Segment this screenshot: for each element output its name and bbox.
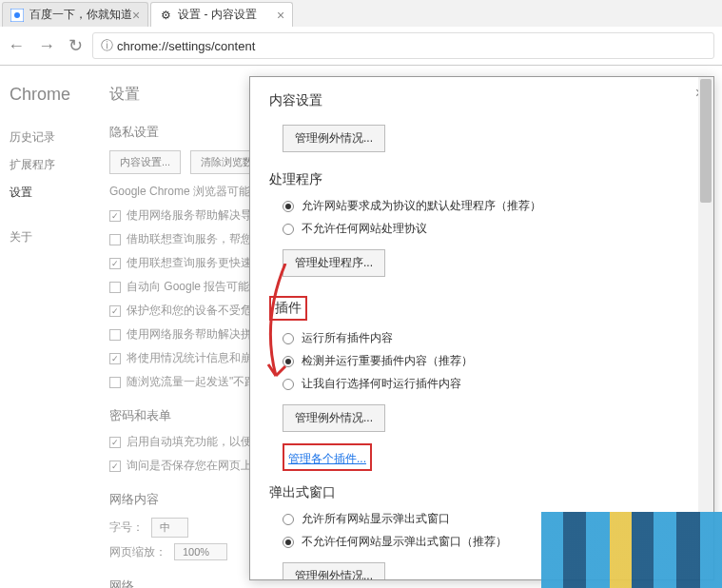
brand-title: Chrome bbox=[10, 85, 90, 105]
browser-chrome: 百度一下，你就知道 × ⚙ 设置 - 内容设置 × ← → ↻ ⓘ chrome… bbox=[0, 0, 722, 66]
manage-plugins-link[interactable]: 管理各个插件... bbox=[288, 451, 366, 467]
manage-handlers-button[interactable]: 管理处理程序... bbox=[283, 249, 385, 277]
reload-icon[interactable]: ↻ bbox=[68, 35, 83, 56]
close-icon[interactable]: × bbox=[132, 8, 140, 23]
popup-exceptions-button[interactable]: 管理例外情况... bbox=[283, 562, 385, 580]
checkbox[interactable]: ✓ bbox=[109, 353, 121, 364]
baidu-favicon bbox=[10, 9, 24, 22]
tab-settings[interactable]: ⚙ 设置 - 内容设置 × bbox=[150, 2, 293, 27]
checkbox[interactable] bbox=[109, 329, 121, 341]
nav-about[interactable]: 关于 bbox=[10, 224, 90, 251]
checkbox[interactable] bbox=[109, 282, 121, 293]
checkbox[interactable] bbox=[109, 377, 121, 388]
fontsize-select[interactable]: 中 bbox=[151, 518, 188, 538]
nav-history[interactable]: 历史记录 bbox=[10, 124, 90, 151]
modal-section-plugins: 插件 bbox=[269, 296, 694, 321]
highlight-manage-plugins: 管理各个插件... bbox=[283, 443, 372, 471]
content-settings-modal: × 内容设置 管理例外情况... 处理程序 允许网站要求成为协议的默认处理程序（… bbox=[249, 76, 714, 580]
nav-settings[interactable]: 设置 bbox=[10, 179, 90, 206]
url-text: chrome://settings/content bbox=[117, 39, 255, 53]
tab-title: 百度一下，你就知道 bbox=[29, 7, 132, 23]
exceptions-button[interactable]: 管理例外情况... bbox=[283, 125, 385, 152]
checkbox[interactable]: ✓ bbox=[109, 258, 121, 269]
radio[interactable] bbox=[283, 537, 294, 548]
back-icon[interactable]: ← bbox=[8, 36, 25, 56]
checkbox[interactable]: ✓ bbox=[109, 210, 121, 222]
radio[interactable] bbox=[283, 356, 294, 367]
checkbox[interactable]: ✓ bbox=[109, 437, 121, 448]
forward-icon[interactable]: → bbox=[38, 36, 55, 56]
radio[interactable] bbox=[283, 514, 294, 525]
watermark-overlay bbox=[541, 512, 722, 588]
checkbox[interactable]: ✓ bbox=[109, 305, 121, 317]
plugin-exceptions-button[interactable]: 管理例外情况... bbox=[283, 404, 385, 432]
checkbox[interactable] bbox=[109, 234, 121, 245]
highlight-plugins: 插件 bbox=[269, 296, 307, 321]
tab-baidu[interactable]: 百度一下，你就知道 × bbox=[2, 2, 148, 27]
modal-scrollbar[interactable] bbox=[698, 77, 713, 579]
modal-section-popups: 弹出式窗口 bbox=[269, 484, 694, 501]
radio[interactable] bbox=[283, 201, 294, 212]
gear-icon: ⚙ bbox=[159, 9, 172, 22]
fontsize-label: 字号： bbox=[109, 519, 144, 536]
url-input[interactable]: ⓘ chrome://settings/content bbox=[92, 32, 714, 59]
radio[interactable] bbox=[283, 224, 294, 235]
modal-section-handlers: 处理程序 bbox=[269, 171, 694, 188]
address-bar: ← → ↻ ⓘ chrome://settings/content bbox=[0, 27, 722, 65]
checkbox[interactable]: ✓ bbox=[109, 461, 121, 472]
tab-bar: 百度一下，你就知道 × ⚙ 设置 - 内容设置 × bbox=[0, 0, 722, 27]
left-nav: Chrome 历史记录 扩展程序 设置 关于 bbox=[0, 66, 100, 588]
info-icon: ⓘ bbox=[101, 37, 113, 54]
zoom-label: 网页缩放： bbox=[109, 544, 166, 560]
close-icon[interactable]: × bbox=[277, 8, 284, 23]
nav-extensions[interactable]: 扩展程序 bbox=[10, 151, 90, 179]
tab-title: 设置 - 内容设置 bbox=[178, 7, 257, 23]
content-settings-button[interactable]: 内容设置... bbox=[109, 150, 181, 174]
modal-section-content: 内容设置 bbox=[269, 92, 694, 109]
svg-point-1 bbox=[14, 12, 20, 18]
radio[interactable] bbox=[283, 333, 294, 344]
zoom-select[interactable]: 100% bbox=[174, 543, 227, 560]
nav-buttons: ← → ↻ bbox=[8, 35, 83, 56]
scrollbar-thumb[interactable] bbox=[700, 79, 712, 203]
radio[interactable] bbox=[283, 379, 294, 390]
